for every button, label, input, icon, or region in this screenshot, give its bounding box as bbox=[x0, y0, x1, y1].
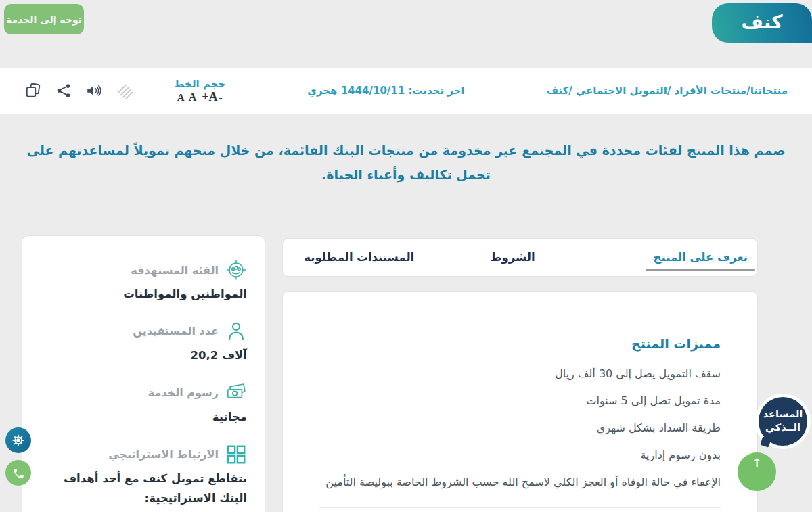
info-value: المواطنين والمواطنات bbox=[40, 285, 247, 304]
tab-conditions[interactable]: الشروط bbox=[490, 239, 535, 276]
top-banner: توجه إلى الخدمة كنف bbox=[0, 0, 812, 68]
money-icon bbox=[225, 382, 247, 404]
font-normal-button[interactable]: A bbox=[187, 91, 198, 103]
smart-assistant-button[interactable]: المساعد الــذكي bbox=[755, 394, 811, 449]
info-label: الارتباط الاستراتيجي bbox=[108, 448, 219, 461]
go-to-service-button[interactable]: توجه إلى الخدمة bbox=[4, 4, 84, 34]
arrow-up-icon: ↑ bbox=[752, 456, 761, 469]
font-size-control: حجم الخط -A A +A bbox=[174, 78, 225, 104]
info-item-strategic-link: الارتباط الاستراتيجي يتقاطع تمويل كنف مع… bbox=[40, 444, 247, 512]
info-item-target-audience: الفئة المستهدفة المواطنين والمواطنات bbox=[40, 259, 247, 304]
speaker-icon[interactable] bbox=[85, 82, 103, 99]
product-tabs: تعرف على المنتج الشروط المستندات المطلوب… bbox=[282, 238, 758, 277]
info-item-service-fees: رسوم الخدمة مجانية bbox=[40, 382, 247, 427]
signal-waves-icon[interactable] bbox=[116, 82, 133, 99]
assistant-label-line2: الــذكي bbox=[765, 421, 800, 435]
info-label: عدد المستفيدين bbox=[133, 325, 219, 338]
font-size-label: حجم الخط bbox=[174, 78, 225, 90]
action-icons bbox=[24, 82, 133, 99]
share-icon[interactable] bbox=[55, 82, 72, 99]
grid-icon bbox=[225, 444, 247, 465]
font-size-buttons: -A A +A bbox=[176, 91, 224, 103]
product-info-card: الفئة المستهدفة المواطنين والمواطنات عدد… bbox=[22, 235, 265, 512]
last-update-text: اخر تحديث: 1444/10/11 هجري bbox=[307, 85, 464, 97]
assistant-label-line1: المساعد bbox=[763, 408, 803, 421]
person-icon bbox=[225, 321, 247, 342]
phone-icon bbox=[12, 467, 25, 480]
product-description: صمم هذا المنتج لفئات محددة في المجتمع غي… bbox=[16, 138, 796, 187]
info-value: 20,2 آلاف bbox=[40, 346, 247, 366]
tab-required-documents[interactable]: المستندات المطلوبة bbox=[304, 239, 414, 276]
product-title-badge: كنف bbox=[712, 3, 812, 43]
info-label: الفئة المستهدفة bbox=[131, 264, 219, 277]
accessibility-settings-button[interactable] bbox=[5, 427, 31, 453]
feature-item: سقف التمويل يصل إلى 30 ألف ريال bbox=[319, 367, 721, 380]
feature-item: بدون رسوم إدارية bbox=[319, 448, 721, 461]
utility-bar: منتجاتنا/منتجات الأفراد /التمويل الاجتما… bbox=[0, 68, 812, 114]
contact-phone-button[interactable] bbox=[5, 460, 31, 486]
feature-item: الإعفاء في حالة الوفاة أو العجز الكلي لا… bbox=[319, 475, 721, 488]
breadcrumb[interactable]: منتجاتنا/منتجات الأفراد /التمويل الاجتما… bbox=[547, 85, 788, 97]
font-increase-button[interactable]: +A bbox=[200, 90, 219, 103]
product-features-panel: مميزات المنتج سقف التمويل يصل إلى 30 ألف… bbox=[282, 291, 758, 512]
target-audience-icon bbox=[225, 259, 247, 281]
page-tools: حجم الخط -A A +A bbox=[24, 78, 225, 104]
gear-icon bbox=[12, 434, 25, 447]
tab-about-product[interactable]: تعرف على المنتج bbox=[654, 239, 748, 276]
info-label: رسوم الخدمة bbox=[148, 386, 219, 399]
scroll-to-top-button[interactable]: ↑ bbox=[738, 452, 776, 491]
kanaf-product-page: توجه إلى الخدمة كنف منتجاتنا/منتجات الأف… bbox=[0, 0, 812, 512]
info-value: يتقاطع تمويل كنف مع أحد أهداف البنك الاس… bbox=[40, 469, 247, 512]
feature-item: مدة تمويل تصل إلى 5 سنوات bbox=[319, 394, 721, 407]
feature-item: طريقة السداد بشكل شهري bbox=[319, 421, 721, 434]
section-divider bbox=[319, 507, 721, 508]
info-item-beneficiaries: عدد المستفيدين 20,2 آلاف bbox=[40, 321, 247, 366]
features-heading: مميزات المنتج bbox=[319, 336, 721, 351]
info-value: مجانية bbox=[40, 408, 247, 427]
copy-icon[interactable] bbox=[24, 82, 42, 99]
